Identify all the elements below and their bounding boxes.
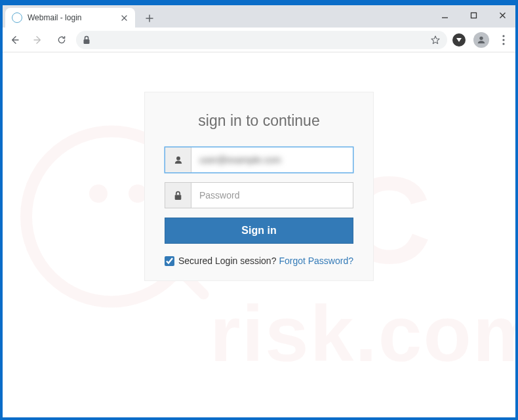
minimize-icon [441,12,448,19]
bookmark-button[interactable] [430,35,441,45]
close-icon [499,12,506,19]
svg-rect-1 [84,39,90,44]
reload-icon [56,35,67,45]
browser-tab[interactable]: Webmail - login [5,8,135,28]
tab-close-button[interactable] [119,13,129,22]
window-minimize-button[interactable] [430,6,459,24]
lock-icon [165,183,191,208]
extension-badge[interactable] [452,33,466,47]
secured-login-checkbox-wrap[interactable]: Secured Login session? [165,256,276,266]
password-row [165,182,353,208]
secured-login-checkbox[interactable] [165,256,174,266]
svg-point-4 [502,39,504,41]
svg-point-5 [502,43,504,45]
window-controls [430,5,517,25]
secured-login-label: Secured Login session? [178,256,276,266]
tab-favicon [12,12,22,23]
new-tab-button[interactable] [140,9,159,28]
person-icon [476,35,487,45]
login-heading: sign in to continue [165,112,353,130]
username-input[interactable] [191,147,353,172]
plus-icon [146,14,153,22]
browser-menu-button[interactable] [494,31,513,49]
address-bar[interactable] [76,31,447,49]
star-icon [430,35,441,45]
profile-button[interactable] [473,32,489,48]
nav-forward-button[interactable] [29,31,47,49]
svg-point-2 [479,36,483,39]
nav-back-button[interactable] [5,31,24,49]
browser-toolbar [0,28,518,52]
svg-rect-13 [175,195,182,200]
svg-point-3 [502,35,504,37]
window-titlebar [0,0,518,5]
svg-point-12 [176,157,180,161]
maximize-icon [470,12,477,19]
nav-reload-button[interactable] [52,31,71,49]
kebab-icon [502,35,505,45]
login-card: sign in to continue Sign in Secured Logi… [144,92,374,281]
tab-title: Webmail - login [28,13,114,22]
window-close-button[interactable] [488,6,517,24]
lock-icon [83,35,90,45]
login-footer: Secured Login session? Forgot Password? [165,256,353,266]
window-maximize-button[interactable] [459,6,488,24]
tab-strip: Webmail - login [0,5,518,28]
forgot-password-link[interactable]: Forgot Password? [279,256,353,266]
user-icon [165,147,191,172]
close-icon [121,15,127,21]
svg-rect-0 [471,12,476,18]
password-input[interactable] [191,183,353,208]
signin-button[interactable]: Sign in [165,218,353,244]
arrow-left-icon [9,35,20,45]
arrow-right-icon [33,35,43,45]
username-row [165,147,353,173]
address-input[interactable] [96,35,425,45]
svg-point-7 [89,185,108,203]
page-content: PC risk.com sign in to continue Sign in … [0,52,518,420]
svg-text:risk.com: risk.com [210,290,518,377]
